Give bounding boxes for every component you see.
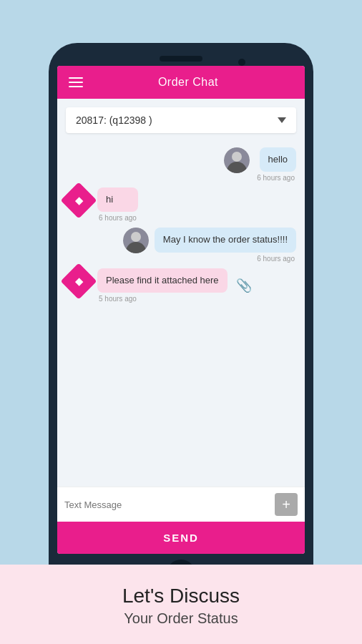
phone-camera: [238, 59, 245, 66]
bubble-wrapper: Please find it attached here 5 hours ago: [97, 268, 228, 303]
user-avatar: [123, 228, 149, 253]
bubble-wrapper: hi 6 hours ago: [97, 187, 138, 222]
phone-speaker: [160, 56, 202, 62]
attachment-icon: 📎: [236, 278, 252, 293]
chat-area: hello 6 hours ago ◆ hi 6 hours ago: [57, 142, 305, 487]
bubble-wrapper: May I know the order status!!!! 6 hours …: [155, 228, 296, 262]
message-timestamp: 6 hours ago: [255, 255, 296, 263]
message-timestamp: 6 hours ago: [255, 174, 296, 182]
attach-button[interactable]: +: [275, 493, 298, 516]
header-title: Order Chat: [83, 76, 293, 89]
bubble-wrapper: hello 6 hours ago: [255, 147, 296, 182]
agent-avatar: ◆: [61, 263, 97, 299]
message-timestamp: 6 hours ago: [97, 214, 138, 222]
message-row: May I know the order status!!!! 6 hours …: [66, 228, 296, 262]
message-bubble: May I know the order status!!!!: [155, 228, 296, 252]
message-bubble: hi: [97, 187, 138, 212]
message-row: hello 6 hours ago: [66, 147, 296, 182]
dropdown-arrow-icon: [278, 117, 286, 123]
message-row: ◆ Please find it attached here 5 hours a…: [66, 268, 296, 303]
bottom-subtext: Your Order Status: [14, 610, 348, 627]
dropdown-label: 20817: (q12398 ): [76, 114, 152, 126]
phone-screen: Order Chat 20817: (q12398 ) hello 6 hour…: [57, 66, 305, 554]
agent-avatar: ◆: [61, 182, 97, 219]
header: Order Chat: [57, 66, 305, 99]
avatar: [123, 228, 149, 253]
message-input[interactable]: [64, 499, 269, 510]
message-bubble: Please find it attached here: [97, 268, 228, 293]
user-avatar: [224, 147, 250, 173]
message-row: ◆ hi 6 hours ago: [66, 187, 296, 222]
message-timestamp: 5 hours ago: [97, 295, 228, 303]
send-button[interactable]: SEND: [57, 522, 305, 554]
avatar: [224, 147, 250, 173]
bottom-headline: Let's Discuss: [14, 585, 348, 608]
input-area: +: [57, 487, 305, 522]
bottom-section: Let's Discuss Your Order Status: [0, 565, 362, 644]
message-bubble: hello: [260, 147, 296, 172]
phone-frame: Order Chat 20817: (q12398 ) hello 6 hour…: [49, 43, 313, 601]
order-dropdown[interactable]: 20817: (q12398 ): [66, 107, 296, 133]
hamburger-icon[interactable]: [69, 77, 83, 87]
